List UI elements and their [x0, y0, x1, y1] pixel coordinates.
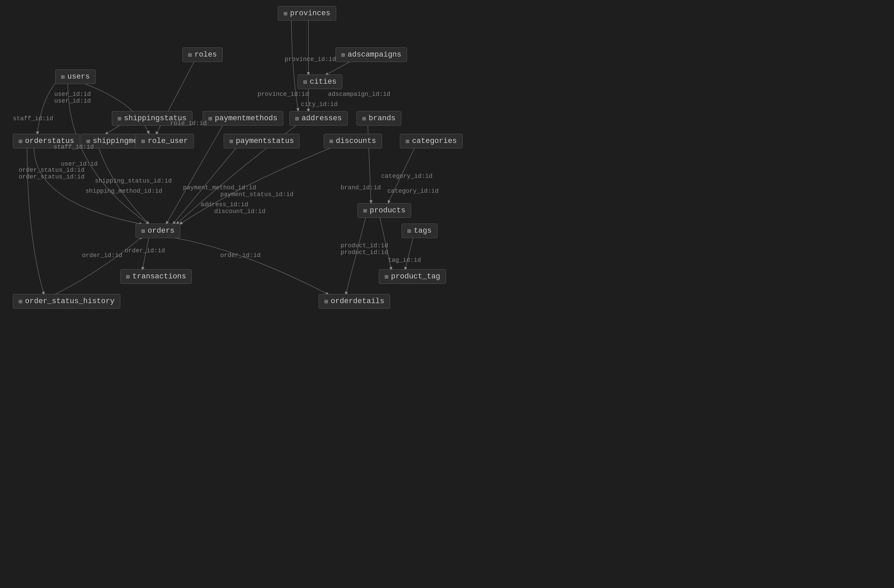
table-brands[interactable]: ⊞ brands — [356, 111, 401, 126]
table-icon: ⊞ — [284, 10, 287, 17]
table-label: discounts — [336, 137, 376, 145]
table-icon: ⊞ — [19, 137, 23, 145]
edge-label-category-id-1: category_id:id — [381, 173, 432, 179]
table-label: products — [370, 206, 406, 215]
diagram-container: ⊞ provinces ⊞ roles ⊞ adscampaigns ⊞ use… — [0, 0, 894, 588]
table-tags[interactable]: ⊞ tags — [402, 223, 438, 238]
table-label: role_user — [148, 137, 188, 145]
table-icon: ⊞ — [141, 137, 145, 145]
table-orders[interactable]: ⊞ orders — [136, 223, 180, 238]
table-label: cities — [310, 78, 337, 86]
edge-label-order-id-details: order_id:id — [220, 252, 261, 259]
table-users[interactable]: ⊞ users — [55, 69, 95, 84]
edge-label-product-id-2: product_id:id — [341, 249, 388, 256]
edge-label-order-status-2: order_status_id:id — [19, 173, 85, 180]
edge-label-payment-method: payment_method_id:id — [183, 184, 256, 191]
edge-label-staff-id-1: staff_id:id — [13, 115, 53, 122]
edge-label-user-id-1: user_id:id — [54, 91, 91, 98]
table-label: order_status_history — [25, 297, 115, 306]
table-product-tag[interactable]: ⊞ product_tag — [379, 269, 446, 284]
table-icon: ⊞ — [324, 298, 328, 305]
table-label: product_tag — [391, 272, 440, 281]
table-orderdetails[interactable]: ⊞ orderdetails — [319, 294, 390, 309]
table-label: categories — [412, 137, 457, 145]
edge-label-product-id-1: product_id:id — [341, 242, 388, 249]
table-label: brands — [369, 114, 396, 123]
table-icon: ⊞ — [126, 273, 130, 280]
edges-svg — [0, 0, 894, 588]
table-label: orders — [148, 226, 175, 235]
table-icon: ⊞ — [362, 115, 366, 122]
table-label: users — [68, 72, 90, 81]
table-label: tags — [414, 226, 432, 235]
table-cities[interactable]: ⊞ cities — [297, 74, 342, 89]
table-icon: ⊞ — [385, 273, 388, 280]
edge-label-discount-id: discount_id:id — [214, 208, 265, 215]
edge-label-staff-id-2: staff_id:id — [54, 143, 94, 151]
table-provinces[interactable]: ⊞ provinces — [278, 6, 336, 21]
table-icon: ⊞ — [341, 51, 345, 59]
table-label: transactions — [133, 272, 186, 281]
edge-label-province-cities: province_id:id — [285, 56, 336, 63]
table-categories[interactable]: ⊞ categories — [400, 134, 463, 148]
table-label: paymentmethods — [215, 114, 278, 123]
table-icon: ⊞ — [406, 137, 409, 145]
table-label: provinces — [290, 9, 331, 18]
edge-label-role-id: role_id:id — [170, 120, 207, 127]
edge-label-city-id: city_id:id — [301, 101, 338, 108]
table-transactions[interactable]: ⊞ transactions — [120, 269, 192, 284]
edge-label-address-id: address_id:id — [201, 201, 248, 208]
table-icon: ⊞ — [363, 207, 367, 214]
table-order-status-history[interactable]: ⊞ order_status_history — [13, 294, 120, 309]
edge-label-shipping-status: shipping_status_id:id — [95, 178, 172, 184]
table-icon: ⊞ — [118, 115, 121, 122]
edge-label-shipping-method: shipping_method_id:id — [85, 188, 162, 194]
table-icon: ⊞ — [188, 51, 192, 59]
table-icon: ⊞ — [141, 227, 145, 235]
table-icon: ⊞ — [303, 78, 307, 86]
table-paymentstatus[interactable]: ⊞ paymentstatus — [224, 134, 300, 148]
edge-label-province-addresses: province_id:id — [258, 91, 309, 98]
table-icon: ⊞ — [230, 137, 233, 145]
table-icon: ⊞ — [329, 137, 333, 145]
edge-label-order-history: order_id:id — [82, 252, 122, 259]
table-adscampaigns[interactable]: ⊞ adscampaigns — [335, 47, 407, 62]
table-roles[interactable]: ⊞ roles — [182, 47, 223, 62]
edge-label-brand-id: brand_id:id — [341, 184, 381, 191]
edge-label-adscampaign: adscampaign_id:id — [328, 91, 390, 98]
svg-line-12 — [405, 237, 414, 270]
table-label: adscampaigns — [348, 50, 401, 59]
edge-label-category-id-2: category_id:id — [387, 188, 438, 194]
table-icon: ⊞ — [19, 298, 23, 305]
edge-label-tag-id: tag_id:id — [388, 257, 421, 264]
table-role-user[interactable]: ⊞ role_user — [136, 134, 194, 148]
edge-label-user-id-2: user_id:id — [54, 98, 91, 104]
table-icon: ⊞ — [295, 115, 299, 122]
table-icon: ⊞ — [407, 227, 411, 235]
table-addresses[interactable]: ⊞ addresses — [289, 111, 348, 126]
edge-label-user-orders: user_id:id — [61, 161, 98, 167]
table-label: paymentstatus — [236, 137, 294, 145]
edge-label-order-status-1: order_status_id:id — [19, 167, 85, 173]
edge-label-order-id-transactions: order_id:id — [125, 247, 165, 254]
table-label: orderdetails — [331, 297, 384, 306]
edge-label-payment-status: payment_status_id:id — [220, 191, 293, 198]
table-icon: ⊞ — [208, 115, 212, 122]
table-products[interactable]: ⊞ products — [358, 203, 411, 218]
table-discounts[interactable]: ⊞ discounts — [324, 134, 382, 148]
table-label: roles — [195, 50, 217, 59]
table-icon: ⊞ — [61, 73, 65, 81]
table-label: addresses — [302, 114, 342, 123]
table-paymentmethods[interactable]: ⊞ paymentmethods — [203, 111, 283, 126]
